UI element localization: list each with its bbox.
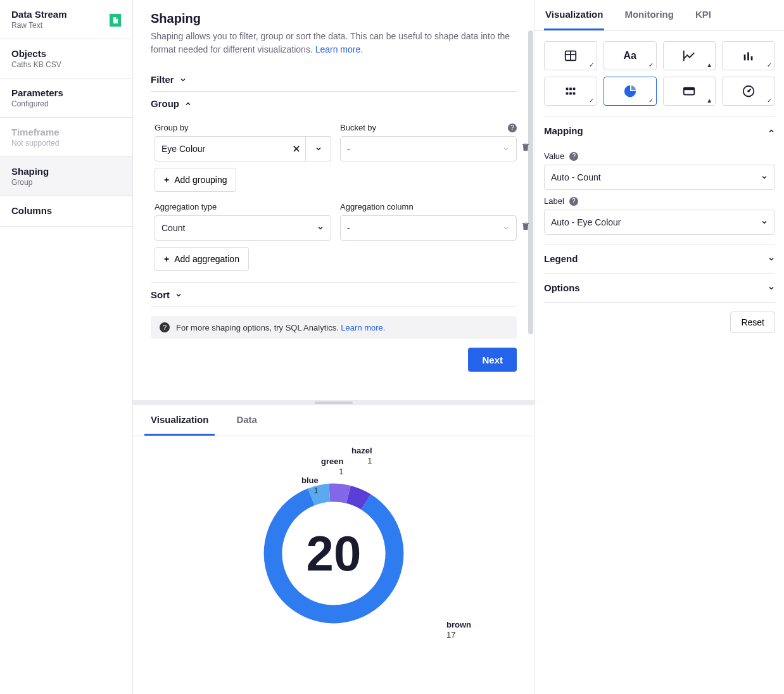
svg-rect-19 (684, 88, 695, 91)
pie-chart-icon (623, 84, 637, 98)
blocks-icon (564, 84, 578, 98)
table-icon (564, 49, 578, 63)
sidebar-item-title: Timeframe (11, 127, 121, 137)
label-select[interactable]: Auto - Eye Colour (544, 210, 775, 235)
viz-tile-scalar[interactable]: ▲ (663, 77, 716, 106)
page-title: Shaping (151, 11, 517, 26)
trash-icon[interactable] (521, 221, 531, 231)
svg-rect-17 (573, 92, 576, 95)
sidebar-item-data-stream[interactable]: Data Stream Raw Text (0, 0, 132, 39)
legend-header[interactable]: Legend (544, 244, 775, 274)
svg-rect-15 (566, 92, 569, 95)
sort-section-header[interactable]: Sort (151, 283, 517, 307)
sidebar-item-sub: Caths KB CSV (11, 60, 121, 69)
bar-chart-icon (742, 49, 756, 63)
sidebar-item-title: Parameters (11, 87, 121, 98)
viz-tile-line[interactable]: ▲ (663, 41, 716, 70)
group-section-header[interactable]: Group (151, 92, 517, 115)
slice-label-brown: brown17 (446, 620, 471, 640)
add-aggregation-button[interactable]: +Add aggregation (155, 247, 249, 271)
tab-monitoring[interactable]: Monitoring (623, 0, 674, 30)
viz-tile-text[interactable]: Aa✓ (604, 41, 657, 70)
filter-section-header[interactable]: Filter (151, 68, 517, 92)
main-panel: Shaping Shaping allows you to filter, gr… (133, 0, 534, 400)
sidebar-item-sub: Raw Text (11, 21, 121, 30)
slice-label-green: green1 (321, 457, 343, 476)
sql-learn-more-link[interactable]: Learn more. (341, 323, 385, 332)
value-select[interactable]: Auto - Count (544, 165, 775, 190)
aggregation-column-value: - (347, 223, 502, 233)
viz-tile-donut[interactable]: ✓ (604, 77, 657, 106)
group-by-select[interactable]: Eye Colour (155, 136, 306, 161)
document-icon (110, 14, 121, 27)
chevron-down-icon (502, 224, 510, 232)
sidebar-item-objects[interactable]: Objects Caths KB CSV (0, 39, 132, 79)
chevron-down-icon (768, 284, 775, 292)
tab-kpi[interactable]: KPI (694, 0, 712, 30)
sidebar-item-title: Objects (11, 48, 121, 59)
scrollbar[interactable] (528, 30, 533, 334)
next-button[interactable]: Next (468, 348, 517, 372)
chevron-up-icon (768, 127, 775, 135)
preview-tabs: Visualization Data (133, 405, 534, 436)
preview-panel: Visualization Data 20 brown17 hazel1 gr (133, 400, 534, 694)
viz-tile-blocks[interactable]: ✓ (544, 77, 597, 106)
group-by-dropdown-button[interactable] (306, 136, 331, 161)
viz-tile-table[interactable]: ✓ (544, 41, 597, 70)
sidebar-item-sub: Configured (11, 99, 121, 108)
sidebar-item-shaping[interactable]: Shaping Group (0, 157, 132, 196)
aggregation-column-select[interactable]: - (340, 215, 517, 241)
resize-handle[interactable] (315, 401, 353, 404)
svg-rect-12 (566, 88, 569, 91)
text-icon: Aa (623, 50, 636, 61)
tab-data[interactable]: Data (230, 405, 263, 436)
help-icon[interactable]: ? (508, 123, 517, 132)
chevron-down-icon (175, 291, 182, 299)
group-label: Group (151, 98, 179, 109)
add-grouping-button[interactable]: +Add grouping (155, 168, 236, 192)
slice-label-hazel: hazel1 (351, 446, 372, 465)
sidebar-item-title: Shaping (11, 166, 121, 177)
group-section-body: Group by Eye Colour (151, 115, 517, 283)
value-select-value: Auto - Count (551, 172, 761, 182)
bucket-by-select[interactable]: - (340, 136, 517, 161)
help-icon[interactable]: ? (569, 197, 578, 206)
right-panel: Visualization Monitoring KPI ✓ Aa✓ ▲ ✓ ✓… (535, 0, 784, 694)
slice-label-blue: blue1 (301, 476, 319, 495)
aggregation-type-select[interactable]: Count (155, 215, 331, 241)
chevron-down-icon (768, 255, 775, 263)
svg-point-22 (748, 91, 749, 92)
trash-icon[interactable] (521, 142, 531, 152)
gauge-icon (742, 84, 756, 98)
sidebar-item-sub: Group (11, 178, 121, 187)
clear-icon[interactable] (292, 144, 301, 153)
chart: 20 brown17 hazel1 green1 blue1 (133, 436, 534, 671)
sidebar-item-columns[interactable]: Columns (0, 196, 132, 227)
label-select-value: Auto - Eye Colour (551, 217, 761, 227)
sidebar-item-sub: Not supported (11, 139, 121, 148)
mapping-header[interactable]: Mapping (544, 117, 775, 145)
viz-tile-bar[interactable]: ✓ (722, 41, 775, 70)
reset-button[interactable]: Reset (730, 312, 775, 333)
filter-label: Filter (151, 74, 174, 85)
sidebar-item-parameters[interactable]: Parameters Configured (0, 79, 132, 118)
options-header[interactable]: Options (544, 274, 775, 303)
info-callout: ? For more shaping options, try SQL Anal… (151, 316, 517, 339)
card-icon (682, 84, 696, 98)
svg-rect-9 (744, 54, 746, 60)
tab-visualization[interactable]: Visualization (144, 405, 215, 436)
sort-label: Sort (151, 289, 170, 300)
sidebar-item-title: Columns (11, 205, 121, 216)
right-tabs: Visualization Monitoring KPI (535, 0, 784, 31)
help-icon[interactable]: ? (569, 152, 578, 161)
viz-tile-gauge[interactable]: ✓ (722, 77, 775, 106)
svg-rect-13 (569, 88, 572, 91)
chevron-down-icon (761, 174, 768, 181)
chevron-down-icon (761, 218, 768, 226)
sidebar-item-title: Data Stream (11, 9, 121, 20)
chevron-down-icon (317, 224, 324, 232)
value-field-label: Value? (544, 151, 775, 161)
learn-more-link[interactable]: Learn more. (315, 44, 363, 54)
tab-visualization-right[interactable]: Visualization (544, 0, 604, 30)
left-sidebar: Data Stream Raw Text Objects Caths KB CS… (0, 0, 133, 694)
